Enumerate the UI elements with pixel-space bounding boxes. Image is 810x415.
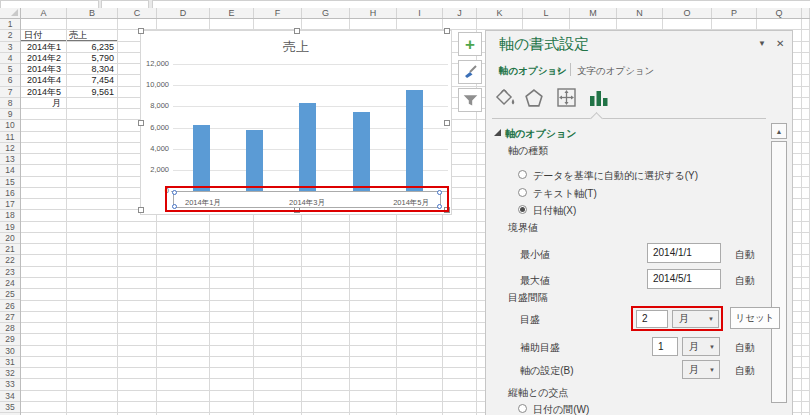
collapse-section-icon[interactable] xyxy=(494,129,501,136)
x-axis-tick-label[interactable]: 2014年3月 xyxy=(276,198,338,208)
pane-close-icon[interactable]: ✕ xyxy=(776,38,784,49)
column-header[interactable]: M xyxy=(570,8,617,18)
cell[interactable]: 日付 xyxy=(21,30,66,40)
radio-text-axis[interactable] xyxy=(518,188,527,197)
cell[interactable]: 7,454 xyxy=(67,75,117,85)
chart-selection-handle[interactable] xyxy=(294,28,300,34)
chart-selection-handle[interactable] xyxy=(444,28,450,34)
axis-options-bars-icon[interactable] xyxy=(589,88,609,111)
chart-bar[interactable] xyxy=(193,125,210,191)
radio-between-dates-label[interactable]: 日付の間(W) xyxy=(533,403,589,415)
fill-line-icon[interactable] xyxy=(494,86,516,114)
row-header[interactable]: 24 xyxy=(0,278,20,289)
row-header[interactable]: 16 xyxy=(0,188,20,199)
minimum-auto-button[interactable]: 自動 xyxy=(735,248,755,262)
chart-elements-button[interactable]: + xyxy=(458,32,482,56)
cell[interactable]: 6,235 xyxy=(67,42,117,52)
cell[interactable]: 2014年3月 xyxy=(21,64,66,74)
base-auto-button[interactable]: 自動 xyxy=(735,364,755,378)
cell[interactable]: 2014年4月 xyxy=(21,75,66,85)
row-header[interactable]: 13 xyxy=(0,154,20,165)
chart-selection-handle[interactable] xyxy=(138,28,144,34)
chart-selection-handle[interactable] xyxy=(138,207,144,213)
row-header[interactable]: 23 xyxy=(0,267,20,278)
radio-date-axis[interactable] xyxy=(518,205,527,214)
column-header[interactable]: I xyxy=(397,8,443,18)
row-header[interactable]: 3 xyxy=(0,42,20,53)
base-unit-dropdown[interactable]: 月 ▼ xyxy=(682,360,720,379)
cell[interactable]: 売上 xyxy=(67,30,117,40)
row-header[interactable]: 8 xyxy=(0,98,20,109)
column-header[interactable]: G xyxy=(302,8,350,18)
row-header[interactable]: 10 xyxy=(0,120,20,131)
scrollbar-thumb[interactable] xyxy=(771,141,787,403)
minor-unit-dropdown[interactable]: 月 ▼ xyxy=(682,337,720,356)
size-properties-icon[interactable] xyxy=(556,87,577,112)
row-header[interactable]: 32 xyxy=(0,368,20,379)
scrollbar-up-button[interactable]: ▲ xyxy=(771,123,787,139)
cell[interactable]: 8,304 xyxy=(67,64,117,74)
chart-title[interactable]: 売上 xyxy=(141,38,451,56)
x-axis-tick-label[interactable]: 2014年1月 xyxy=(185,198,247,208)
row-header[interactable]: 25 xyxy=(0,289,20,300)
row-header[interactable]: 22 xyxy=(0,255,20,266)
row-header[interactable]: 7 xyxy=(0,87,20,98)
row-header[interactable]: 19 xyxy=(0,222,20,233)
row-header[interactable]: 31 xyxy=(0,357,20,368)
row-header[interactable]: 5 xyxy=(0,64,20,75)
tab-axis-options-arrow-icon[interactable]: ▼ xyxy=(556,68,562,74)
chart-bar[interactable] xyxy=(299,103,316,191)
column-header[interactable]: H xyxy=(350,8,397,18)
maximum-auto-button[interactable]: 自動 xyxy=(735,274,755,288)
row-header[interactable]: 14 xyxy=(0,165,20,176)
radio-text-axis-label[interactable]: テキスト軸(T) xyxy=(533,187,597,201)
row-header[interactable]: 4 xyxy=(0,53,20,64)
x-axis-tick-label[interactable]: 2014年5月 xyxy=(367,198,429,208)
maximum-input[interactable]: 2014/5/1 xyxy=(647,269,721,289)
tab-text-options[interactable]: 文字のオプション xyxy=(577,65,654,78)
chart-styles-button[interactable] xyxy=(458,60,482,84)
radio-auto-select-label[interactable]: データを基準に自動的に選択する(Y) xyxy=(533,169,698,183)
radio-auto-select[interactable] xyxy=(518,170,527,179)
chart-bar[interactable] xyxy=(406,90,423,191)
pane-menu-chevron-icon[interactable]: ▼ xyxy=(758,39,766,48)
row-header[interactable]: 11 xyxy=(0,132,20,143)
cell[interactable]: 2014年2月 xyxy=(21,53,66,63)
column-header[interactable]: A xyxy=(21,8,67,18)
select-all-corner[interactable] xyxy=(0,8,21,19)
cell[interactable]: 2014年1月 xyxy=(21,42,66,52)
cell[interactable]: 2014年5月 xyxy=(21,87,66,97)
column-header[interactable] xyxy=(802,8,810,18)
column-header[interactable]: N xyxy=(617,8,663,18)
chart-object[interactable]: 売上 12,00010,0008,0006,0004,0002,00002014… xyxy=(140,30,452,215)
chart-bar[interactable] xyxy=(246,130,263,191)
radio-date-axis-label[interactable]: 日付軸(X) xyxy=(533,204,576,218)
row-header[interactable]: 28 xyxy=(0,323,20,334)
column-header[interactable]: Q xyxy=(757,8,802,18)
row-header[interactable]: 33 xyxy=(0,379,20,390)
column-header[interactable]: D xyxy=(157,8,210,18)
column-header[interactable]: B xyxy=(67,8,118,18)
row-header[interactable]: 27 xyxy=(0,312,20,323)
row-header[interactable]: 6 xyxy=(0,75,20,86)
column-header[interactable]: O xyxy=(663,8,712,18)
effects-pentagon-icon[interactable] xyxy=(525,89,543,111)
column-header[interactable]: F xyxy=(254,8,302,18)
row-header[interactable]: 21 xyxy=(0,244,20,255)
column-header[interactable]: L xyxy=(523,8,570,18)
cell[interactable]: 9,561 xyxy=(67,87,117,97)
cell[interactable]: 5,790 xyxy=(67,53,117,63)
row-header[interactable]: 15 xyxy=(0,177,20,188)
column-header[interactable]: C xyxy=(118,8,157,18)
minor-auto-button[interactable]: 自動 xyxy=(735,341,755,355)
row-header[interactable]: 9 xyxy=(0,109,20,120)
row-header[interactable]: 1 xyxy=(0,19,20,30)
row-header[interactable]: 12 xyxy=(0,143,20,154)
row-header[interactable]: 2 xyxy=(0,30,20,41)
chart-bar[interactable] xyxy=(353,112,370,191)
row-header[interactable]: 29 xyxy=(0,334,20,345)
column-header[interactable]: E xyxy=(210,8,254,18)
chart-selection-handle[interactable] xyxy=(444,120,450,126)
column-header[interactable]: P xyxy=(712,8,757,18)
row-header[interactable]: 17 xyxy=(0,199,20,210)
